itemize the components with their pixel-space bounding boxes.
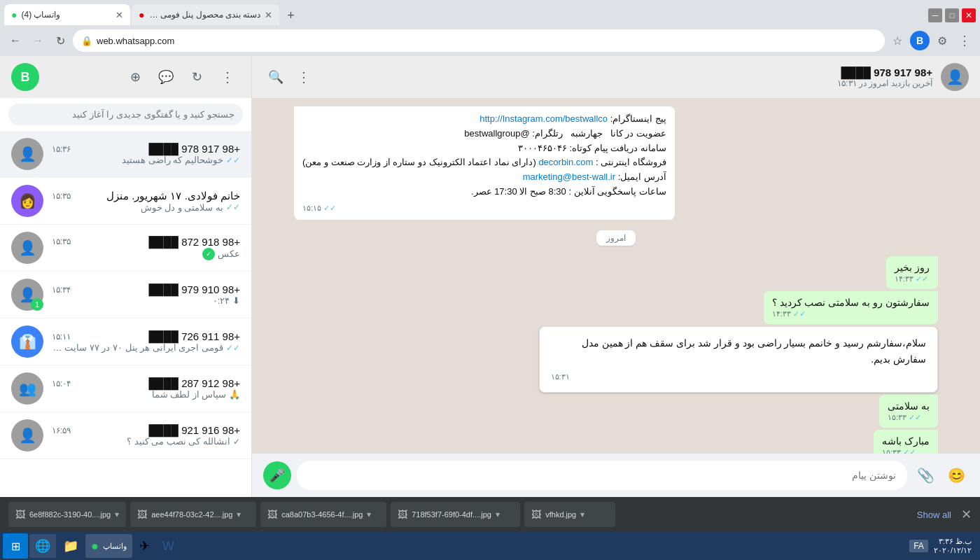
sidebar-menu-button[interactable]: ⋮ xyxy=(215,64,240,90)
decorbin-link[interactable]: decorbin.com xyxy=(538,157,593,167)
download-file-name: 718f53f7-69f0-4df....jpg xyxy=(412,510,491,519)
chat-item[interactable]: 👤 +98 916 921 ████ ۱۶:۵۹ ✓ انشالله کی نص… xyxy=(0,412,251,459)
chevron-down-icon[interactable]: ▾ xyxy=(115,510,119,519)
chevron-down-icon[interactable]: ▾ xyxy=(496,510,500,519)
chat-header: 🔍 ⋮ +98 917 978 ████ آخرین بازدید امروز … xyxy=(252,56,980,98)
emoji-button[interactable]: 😊 xyxy=(944,463,969,488)
tab-bestwall-label: دسته بندی محصول پنل فومی آسان نصب ... xyxy=(148,10,260,20)
forward-button[interactable]: → xyxy=(28,31,48,50)
download-item[interactable]: 🖼 aee44f78-03c2-42....jpg ▾ xyxy=(130,502,256,527)
chat-item-name: +98 910 979 ████ xyxy=(148,284,240,295)
message-bubble: روز بخیر ✓✓ ۱۴:۳۳ xyxy=(886,256,938,289)
message-input[interactable] xyxy=(297,461,907,490)
chat-item-time: ۱۵:۳۴ xyxy=(52,285,71,295)
back-button[interactable]: ← xyxy=(6,31,25,50)
taskbar-word-button[interactable]: W xyxy=(157,534,180,558)
header-actions-left: 🔍 ⋮ xyxy=(263,64,316,90)
language-indicator[interactable]: FA xyxy=(909,540,928,552)
email-link[interactable]: marketing@best-wall.ir xyxy=(523,172,615,182)
chat-header-name: +98 917 978 ████ xyxy=(325,66,932,78)
chat-avatar: 👥 xyxy=(11,372,43,405)
download-file-name: ca8a07b3-4656-4f....jpg xyxy=(281,510,363,519)
lock-icon: 🔒 xyxy=(81,36,92,46)
chat-messages: پیج اینستاگرام: http://Instagram.com/bes… xyxy=(252,98,980,454)
tab-whatsapp-close[interactable]: ✕ xyxy=(115,10,123,20)
instagram-link[interactable]: http://Instagram.com/bestwallco xyxy=(479,113,608,124)
taskbar-ie-button[interactable]: 🌐 xyxy=(29,534,56,558)
chat-item[interactable]: 👤 1 +98 910 979 ████ ۱۵:۳۴ ⬇ ۰:۲۴ xyxy=(0,272,251,318)
telegram-icon: ✈ xyxy=(139,538,150,554)
search-chat-button[interactable]: 🔍 xyxy=(263,64,288,90)
close-button[interactable]: ✕ xyxy=(962,8,976,22)
chat-item-time: ۱۵:۳۶ xyxy=(52,144,71,154)
search-input[interactable] xyxy=(8,104,243,125)
chat-avatar: 👤 xyxy=(11,138,43,170)
download-item[interactable]: 🖼 718f53f7-69f0-4df....jpg ▾ xyxy=(391,502,520,527)
maximize-button[interactable]: □ xyxy=(945,8,959,22)
chat-list: 👤 +98 917 978 ████ ۱۵:۳۶ ✓✓ خوشحالیم که … xyxy=(0,131,251,497)
chat-item[interactable]: 👤 +98 917 978 ████ ۱۵:۳۶ ✓✓ خوشحالیم که … xyxy=(0,131,251,178)
chat-item-name: خانم فولادی. ۱۷ شهریور. منزل xyxy=(106,190,240,202)
chat-icon-button[interactable]: 💬 xyxy=(153,64,178,90)
profile-button[interactable]: B xyxy=(910,31,930,50)
message-time: ✓✓ ۱۴:۳۳ xyxy=(772,309,930,318)
reply-bubble: سلام،سفارشم رسید و خانمم بسیار راضی بود … xyxy=(539,326,938,392)
menu-button[interactable]: ⋮ xyxy=(955,31,974,50)
extensions-button[interactable]: ⚙ xyxy=(932,31,952,50)
refresh-icon-button[interactable]: ↻ xyxy=(184,64,209,90)
refresh-button[interactable]: ↻ xyxy=(50,31,70,50)
tab-bestwall[interactable]: ● دسته بندی محصول پنل فومی آسان نصب ... … xyxy=(132,4,279,25)
browser-chrome: ● واتساپ (4) ✕ ● دسته بندی محصول پنل فوم… xyxy=(0,0,980,56)
taskbar-explorer-button[interactable]: 📁 xyxy=(57,534,84,558)
taskbar-telegram-button[interactable]: ✈ xyxy=(134,534,155,558)
chat-item-name: +98 917 978 ████ xyxy=(148,143,240,155)
minimize-button[interactable]: ─ xyxy=(928,8,942,22)
attachment-button[interactable]: 📎 xyxy=(913,463,938,488)
chevron-down-icon[interactable]: ▾ xyxy=(580,510,584,519)
tab-whatsapp-label: واتساپ (4) xyxy=(21,10,60,20)
tab-bestwall-close[interactable]: ✕ xyxy=(265,10,272,20)
bookmark-button[interactable]: ☆ xyxy=(888,31,907,50)
chat-item[interactable]: 👔 +98 911 726 ████ ۱۵:۱۱ ✓✓ قومی اجری ای… xyxy=(0,318,251,365)
user-avatar[interactable]: B xyxy=(11,63,39,91)
chat-item-msg: 🙏 سپاس از لطف شما xyxy=(152,389,240,400)
send-audio-button[interactable]: 🎤 xyxy=(263,461,291,489)
chat-avatar: 👩 xyxy=(11,185,43,217)
chat-header-status: آخرین بازدید امروز در ۱۵:۳۱ xyxy=(325,78,932,88)
chat-item-info: +98 911 726 ████ ۱۵:۱۱ ✓✓ قومی اجری ایرا… xyxy=(52,330,240,353)
header-menu-button[interactable]: ⋮ xyxy=(291,64,316,90)
chat-item-info: +98 917 978 ████ ۱۵:۳۶ ✓✓ خوشحالیم که را… xyxy=(52,143,240,165)
download-item[interactable]: 🖼 6e8f882c-3190-40....jpg ▾ xyxy=(8,502,126,527)
tab-whatsapp[interactable]: ● واتساپ (4) ✕ xyxy=(4,4,130,25)
download-bar: 🖼 6e8f882c-3190-40....jpg ▾ 🖼 aee44f78-0… xyxy=(0,497,980,532)
date-chip: امروز xyxy=(596,230,636,246)
taskbar-chrome-button[interactable]: ● واتساپ xyxy=(85,534,132,558)
word-icon: W xyxy=(162,539,174,554)
status-button[interactable]: ⊕ xyxy=(122,64,148,90)
message-time: ✓✓ ۱۵:۳۳ xyxy=(882,448,930,454)
chevron-down-icon[interactable]: ▾ xyxy=(367,510,371,519)
message-bubble: سفارشتون رو به سلامتی نصب کردید ؟ ✓✓ ۱۴:… xyxy=(764,291,938,324)
chat-item-msg: انشالله کی نصب می کنید ؟ xyxy=(127,436,230,447)
new-tab-button[interactable]: + xyxy=(281,6,300,25)
download-item[interactable]: 🖼 vfhkd.jpg ▾ xyxy=(524,502,615,527)
download-bar-close[interactable]: ✕ xyxy=(961,507,972,522)
message-bubble: پیج اینستاگرام: http://Instagram.com/bes… xyxy=(294,106,675,220)
show-all-button[interactable]: Show all xyxy=(917,510,951,520)
chat-item[interactable]: 👥 +98 912 287 ████ ۱۵:۰۴ 🙏 سپاس از لطف ش… xyxy=(0,365,251,412)
start-button[interactable]: ⊞ xyxy=(3,533,28,559)
url-bar[interactable]: 🔒 web.whatsapp.com xyxy=(73,29,885,52)
chat-item[interactable]: 👤 +98 918 872 ████ ۱۵:۳۵ عکس ✓ xyxy=(0,225,251,272)
app-container: B ⊕ 💬 ↻ ⋮ 👤 +98 917 978 ████ ۱۵:۳۶ xyxy=(0,56,980,497)
chevron-down-icon[interactable]: ▾ xyxy=(237,510,241,519)
chat-header-avatar[interactable]: 👤 xyxy=(941,63,969,91)
download-file-name: 6e8f882c-3190-40....jpg xyxy=(29,510,111,519)
message-bubble: مبارک باشه ✓✓ ۱۵:۳۳ xyxy=(874,430,938,454)
chat-item-msg: ⬇ ۰:۲۴ xyxy=(213,295,240,306)
chat-item[interactable]: 👩 خانم فولادی. ۱۷ شهریور. منزل ۱۵:۳۵ ✓✓ … xyxy=(0,178,251,225)
chat-item-time: ۱۵:۱۱ xyxy=(52,332,71,342)
windows-icon: ⊞ xyxy=(11,540,20,553)
chat-item-info: +98 916 921 ████ ۱۶:۵۹ ✓ انشالله کی نصب … xyxy=(52,424,240,447)
download-item[interactable]: 🖼 ca8a07b3-4656-4f....jpg ▾ xyxy=(260,502,386,527)
chat-sidebar: B ⊕ 💬 ↻ ⋮ 👤 +98 917 978 ████ ۱۵:۳۶ xyxy=(0,56,252,497)
